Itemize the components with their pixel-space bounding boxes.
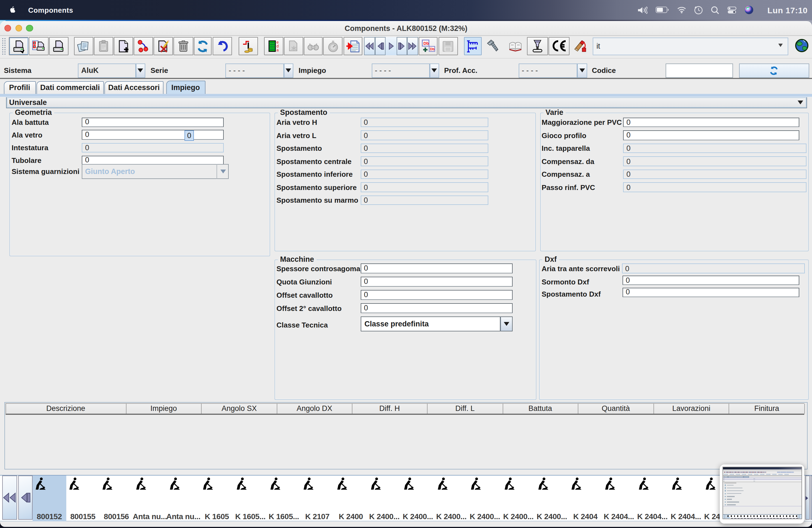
svg-text:a: a <box>276 48 278 52</box>
svg-text:Db: Db <box>430 47 434 51</box>
svg-text:Db: Db <box>423 41 429 46</box>
